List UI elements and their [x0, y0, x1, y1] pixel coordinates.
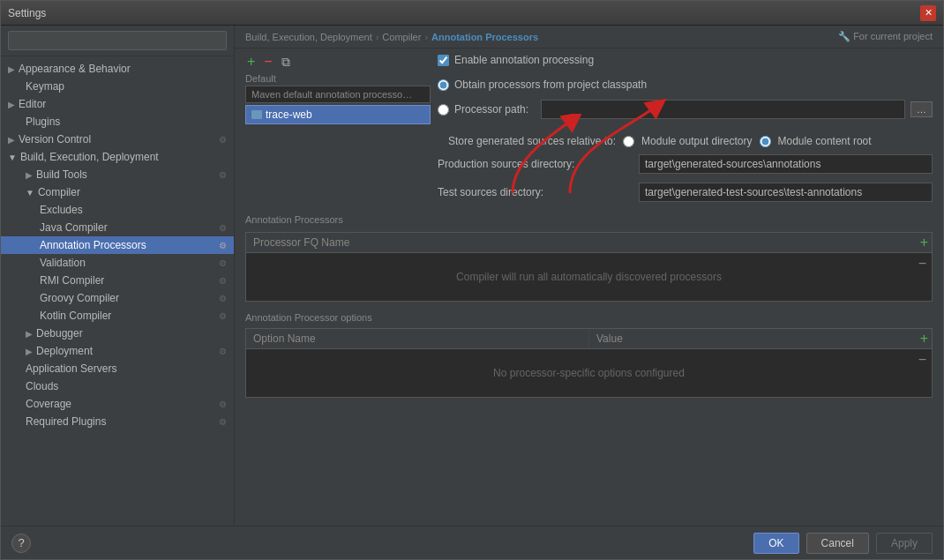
- procpath-row: Processor path: …: [438, 100, 933, 126]
- sidebar-item-label: Editor: [19, 98, 46, 110]
- sidebar-item-label: Keymap: [26, 80, 64, 93]
- remove-button[interactable]: −: [262, 54, 273, 70]
- content-area: ▶ Appearance & Behavior Keymap ▶ Editor …: [1, 26, 943, 526]
- sidebar-item-label: Kotlin Compiler: [40, 310, 111, 322]
- window-title: Settings: [8, 7, 920, 19]
- add-button[interactable]: +: [245, 54, 257, 70]
- sidebar-item-label: Annotation Processors: [40, 239, 146, 251]
- test-sources-input[interactable]: [639, 183, 933, 202]
- sidebar-item-application-servers[interactable]: Application Servers: [1, 360, 234, 377]
- sidebar-item-plugins[interactable]: Plugins: [1, 113, 234, 131]
- search-bar: [1, 26, 234, 56]
- arrow-icon: ▶: [26, 329, 33, 339]
- sidebar-item-debugger[interactable]: ▶ Debugger: [1, 325, 234, 342]
- copy-button[interactable]: ⧉: [280, 55, 292, 70]
- sidebar-item-label: Version Control: [19, 133, 91, 146]
- procpath-radio[interactable]: [438, 104, 449, 116]
- prod-sources-row: Production sources directory:: [438, 154, 933, 174]
- proc-table-header: Processor FQ Name: [246, 233, 932, 253]
- sidebar-item-compiler[interactable]: ▼ Compiler: [1, 183, 234, 201]
- sidebar-item-rmi-compiler[interactable]: RMI Compiler ⚙: [1, 272, 234, 289]
- badge-icon: ⚙: [219, 276, 227, 286]
- test-sources-row: Test sources directory:: [438, 183, 933, 202]
- apply-button[interactable]: Apply: [876, 533, 933, 554]
- badge-icon: ⚙: [219, 399, 227, 409]
- prod-sources-label: Production sources directory:: [438, 158, 632, 170]
- sidebar-item-label: Validation: [40, 257, 86, 269]
- main-panel-wrapper: Build, Execution, Deployment › Compiler …: [235, 26, 943, 526]
- settings-window: Settings ✕ ▶ Appearance & Behavior Keyma…: [0, 0, 944, 560]
- procpath-input[interactable]: [541, 100, 905, 119]
- sidebar-item-build-tools[interactable]: ▶ Build Tools ⚙: [1, 166, 234, 183]
- opts-col-option: Option Name: [246, 329, 589, 348]
- proc-table-body: Compiler will run all automatically disc…: [246, 253, 932, 301]
- test-sources-label: Test sources directory:: [438, 186, 632, 198]
- enable-checkbox[interactable]: [438, 55, 449, 66]
- sidebar-item-keymap[interactable]: Keymap: [1, 78, 234, 95]
- sidebar-item-excludes[interactable]: Excludes: [1, 201, 234, 219]
- badge-icon: ⚙: [219, 258, 227, 268]
- sidebar-item-appearance[interactable]: ▶ Appearance & Behavior: [1, 60, 234, 78]
- sidebar-item-label: Required Plugins: [26, 415, 106, 428]
- enable-row: Enable annotation processing: [438, 54, 933, 71]
- sidebar-item-label: Appearance & Behavior: [19, 63, 131, 75]
- ok-button[interactable]: OK: [753, 533, 798, 554]
- procpath-browse-btn[interactable]: …: [910, 101, 933, 117]
- sidebar-item-label: Application Servers: [26, 362, 116, 375]
- proc-section-label: Annotation Processors: [235, 207, 943, 228]
- settings-form: Enable annotation processing Obtain proc…: [438, 54, 933, 207]
- close-button[interactable]: ✕: [920, 5, 936, 21]
- ap-list-item-selected[interactable]: trace-web: [245, 105, 431, 124]
- badge-icon: ⚙: [219, 417, 227, 427]
- arrow-open-icon: ▼: [26, 188, 34, 198]
- ap-toolbar: + − ⧉: [245, 54, 431, 70]
- badge-icon: ⚙: [219, 294, 227, 303]
- opts-table-area: Option Name Value No processor-specific …: [245, 328, 933, 398]
- sidebar-item-validation[interactable]: Validation ⚙: [1, 254, 234, 272]
- opts-add-button[interactable]: +: [920, 331, 928, 347]
- module-output-label: Module output directory: [641, 135, 752, 147]
- ap-item-label: trace-web: [266, 108, 312, 121]
- module-output-radio[interactable]: [623, 136, 634, 147]
- sidebar-item-groovy-compiler[interactable]: Groovy Compiler ⚙: [1, 289, 234, 307]
- sidebar-tree: ▶ Appearance & Behavior Keymap ▶ Editor …: [1, 56, 234, 526]
- search-input[interactable]: [8, 31, 227, 50]
- sidebar-item-required-plugins[interactable]: Required Plugins ⚙: [1, 413, 234, 430]
- cancel-button[interactable]: Cancel: [806, 533, 869, 554]
- sidebar-item-deployment[interactable]: ▶ Deployment ⚙: [1, 342, 234, 360]
- opts-remove-button[interactable]: −: [918, 352, 926, 368]
- bottom-bar: ? OK Cancel Apply: [1, 526, 943, 559]
- store-label: Store generated sources relative to:: [448, 135, 616, 147]
- ap-list-container: + − ⧉ Default Maven default annotation p…: [245, 54, 431, 124]
- arrow-icon: ▶: [8, 64, 15, 74]
- sidebar-item-annotation-processors[interactable]: Annotation Processors ⚙: [1, 236, 234, 254]
- project-note: 🔧 For current project: [838, 31, 933, 42]
- badge-icon: ⚙: [219, 170, 227, 180]
- breadcrumb-part2: Compiler: [382, 32, 421, 42]
- badge-icon: ⚙: [219, 241, 227, 250]
- breadcrumb-current: Annotation Processors: [431, 32, 538, 42]
- sidebar-item-java-compiler[interactable]: Java Compiler ⚙: [1, 219, 234, 236]
- prod-sources-input[interactable]: [639, 154, 933, 174]
- sidebar-item-label: Excludes: [40, 204, 83, 216]
- sidebar-item-label: Coverage: [26, 398, 71, 410]
- sidebar-item-clouds[interactable]: Clouds: [1, 377, 234, 395]
- sidebar-item-editor[interactable]: ▶ Editor: [1, 95, 234, 113]
- module-icon: [251, 110, 262, 119]
- sidebar-item-kotlin-compiler[interactable]: Kotlin Compiler ⚙: [1, 307, 234, 325]
- sidebar-item-coverage[interactable]: Coverage ⚙: [1, 395, 234, 413]
- obtain-radio[interactable]: [438, 79, 449, 91]
- sidebar-item-build-exec-deploy[interactable]: ▼ Build, Execution, Deployment: [1, 148, 234, 166]
- sidebar-item-label: Deployment: [36, 345, 93, 357]
- action-buttons: OK Cancel Apply: [753, 533, 933, 554]
- module-content-radio[interactable]: [760, 136, 771, 147]
- sidebar-item-version-control[interactable]: ▶ Version Control ⚙: [1, 131, 234, 148]
- enable-label: Enable annotation processing: [454, 54, 594, 66]
- obtain-label: Obtain processors from project classpath: [454, 78, 647, 91]
- sidebar-item-label: Groovy Compiler: [40, 292, 119, 304]
- proc-add-button[interactable]: +: [920, 235, 928, 250]
- sidebar-item-label: RMI Compiler: [40, 274, 104, 287]
- proc-remove-button[interactable]: −: [918, 256, 926, 272]
- help-button[interactable]: ?: [11, 534, 31, 553]
- main-panel: + − ⧉ Default Maven default annotation p…: [235, 49, 943, 526]
